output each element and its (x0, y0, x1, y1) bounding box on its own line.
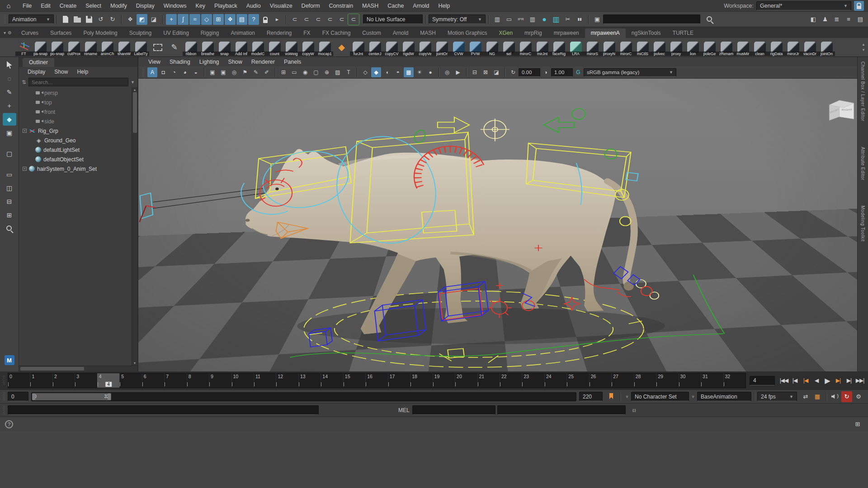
shelf-button-sel[interactable]: sel (500, 39, 517, 56)
shelf-button-mictls[interactable]: miCtlS (634, 39, 651, 56)
field-chart-icon[interactable]: ⊕ (322, 67, 332, 77)
outliner-item-defaultlightset[interactable]: defaultLightSet (19, 145, 137, 155)
timeline-frame-3[interactable]: 3 (75, 373, 97, 388)
shelf-tab-motion-graphics[interactable]: Motion Graphics (442, 28, 493, 38)
timeline-frame-16[interactable]: 16 (365, 373, 387, 388)
timeline-ruler[interactable]: 0123445678910111213141516171819202122232… (8, 373, 746, 388)
menu-modify[interactable]: Modify (106, 1, 132, 11)
shelf-button-vacindr[interactable]: vacinDr (802, 39, 818, 56)
outliner-item-defaultobjectset[interactable]: defaultObjectSet (19, 155, 137, 164)
xray-icon[interactable]: ⊠ (481, 67, 491, 77)
gate-mask-icon[interactable]: ▢ (311, 67, 321, 77)
shelf-button-pvw[interactable]: PVW (467, 39, 484, 56)
shelf-tab-fx[interactable]: FX (297, 28, 316, 38)
shelf-button-proxyn[interactable]: proxyN (601, 39, 618, 56)
shelf-tab-turtle[interactable]: TURTLE (667, 28, 699, 38)
oversca n-icon[interactable]: ▣ (218, 67, 228, 77)
step-forward-frame-button[interactable]: ▶| (844, 375, 854, 386)
viewport-menu-lighting[interactable]: Lighting (195, 58, 224, 66)
shelf-button-jointon[interactable]: jointOn (818, 39, 835, 56)
shelf-button-sharew[interactable]: shareW (116, 39, 132, 56)
camera-attributes-icon[interactable]: ◔ (169, 67, 179, 77)
timeline-frame-12[interactable]: 12 (276, 373, 298, 388)
menu-create[interactable]: Create (55, 1, 81, 11)
shelf-button-mirjnt[interactable]: mirJnt (534, 39, 551, 56)
select-component-icon[interactable]: ◪ (148, 14, 159, 25)
shelf-scroll-down-icon[interactable]: ▼ (862, 48, 865, 52)
playback-speed-dropdown[interactable]: 24 fps▼ (757, 392, 797, 401)
filter-icon[interactable]: ⇅ (22, 79, 26, 85)
grease-pencil-icon[interactable]: ✎ (251, 67, 261, 77)
safe-title-icon[interactable]: T (344, 67, 354, 77)
animation-preferences-icon[interactable]: ⚙ (853, 391, 864, 402)
shelf-scroll-up-icon[interactable]: ▲ (862, 42, 865, 47)
outliner-menu-show[interactable]: Show (50, 68, 72, 76)
paint-select-tool[interactable]: ✎ (3, 86, 16, 99)
outliner-item-front[interactable]: front (19, 107, 137, 117)
shelf-button-modelc[interactable]: modelC (250, 39, 266, 56)
knee-cross-control[interactable] (496, 283, 503, 288)
layout-four-pane[interactable]: ⊞ (3, 209, 16, 221)
timeline-frame-20[interactable]: 20 (455, 373, 477, 388)
save-scene-icon[interactable] (84, 14, 94, 25)
shelf-tab-sculpting[interactable]: Sculpting (123, 28, 157, 38)
menu-select[interactable]: Select (81, 1, 106, 11)
hypershade-icon[interactable]: ▥ (551, 14, 561, 25)
filter-dropdown-icon[interactable]: ▼ (131, 80, 135, 84)
textured-icon[interactable]: ◓ (393, 67, 403, 77)
image-plane-icon[interactable]: ◒ (191, 67, 201, 77)
scroll-up-icon[interactable]: ▲ (133, 87, 137, 92)
tail-mid-control[interactable] (620, 216, 631, 225)
timeline-frame-1[interactable]: 1 (30, 373, 52, 388)
viewport-menu-shading[interactable]: Shading (165, 58, 195, 66)
shelf-tab-mrpaween[interactable]: mrpaween (548, 28, 585, 38)
menu-key[interactable]: Key (191, 1, 210, 11)
select-hierarchy-icon[interactable]: ❖ (125, 14, 136, 25)
modeling-toolkit-toggle-icon[interactable]: ◧ (808, 14, 819, 25)
timeline-frame-7[interactable]: 7 (164, 373, 186, 388)
timeline-frame-2[interactable]: 2 (52, 373, 75, 388)
timeline-frame-15[interactable]: 15 (343, 373, 365, 388)
render-sequence-icon[interactable]: ▥ (527, 14, 538, 25)
shelf-button-musmir[interactable]: musMir (735, 39, 751, 56)
quick-selection-input[interactable] (603, 14, 700, 24)
highlight-selection-icon[interactable]: ▸ (272, 14, 283, 25)
viewport-menu-panels[interactable]: Panels (279, 58, 306, 66)
shelf-button-mirors[interactable]: mirorS (584, 39, 601, 56)
animation-start-field[interactable]: 0 (8, 392, 28, 401)
safe-action-icon[interactable]: ▨ (333, 67, 343, 77)
go-to-start-button[interactable]: |◀◀ (778, 375, 789, 386)
grid-toggle-icon[interactable]: ⊞ (278, 67, 288, 77)
shelf-tab-uv-editing[interactable]: UV Editing (157, 28, 195, 38)
outliner-search-input[interactable] (28, 78, 128, 86)
shelf-button-cvw[interactable]: CVW (450, 39, 467, 56)
shelf-button-ribbon[interactable]: ribbon (183, 39, 199, 56)
step-forward-key-button[interactable]: ▶| (833, 375, 844, 386)
script-editor-ic on[interactable]: {;} (629, 405, 640, 416)
wireframe-on-shaded-icon[interactable]: ◖ (382, 67, 392, 77)
outliner-item-persp[interactable]: persp (19, 88, 137, 98)
resolution-gate-icon[interactable]: ◉ (300, 67, 310, 77)
timeline-frame-11[interactable]: 11 (254, 373, 276, 388)
timeline-frame-10[interactable]: 10 (231, 373, 254, 388)
right-tab-modeling-toolkit[interactable]: Modeling Toolkit (860, 206, 865, 242)
layout-outliner-persp[interactable]: ⊟ (3, 195, 16, 208)
outliner-tab[interactable]: Outliner (23, 58, 54, 67)
target-circle-control[interactable] (481, 118, 509, 141)
scale-tool[interactable]: ▣ (3, 127, 16, 139)
isolate-select-icon[interactable]: ⊟ (470, 67, 480, 77)
shelf-button-ng[interactable]: NG (484, 39, 500, 56)
shelf-tab-custom[interactable]: Custom (356, 28, 387, 38)
greasepencil-camera-icon[interactable]: ◎ (229, 67, 239, 77)
shelf-button-rename[interactable]: rename (82, 39, 99, 56)
timeline-frame-6[interactable]: 6 (142, 373, 164, 388)
maya-m-icon[interactable]: M (5, 355, 14, 365)
back-arrow-control[interactable] (543, 117, 574, 132)
timeline-frame-13[interactable]: 13 (298, 373, 321, 388)
menu-file[interactable]: File (18, 1, 36, 11)
step-back-frame-button[interactable]: |◀ (789, 375, 800, 386)
orange-diamond-icon[interactable]: ◆ (333, 39, 350, 56)
expand-icon[interactable]: + (23, 129, 27, 133)
lock-selection-icon[interactable] (260, 14, 271, 25)
outliner-menu-display[interactable]: Display (24, 68, 49, 76)
